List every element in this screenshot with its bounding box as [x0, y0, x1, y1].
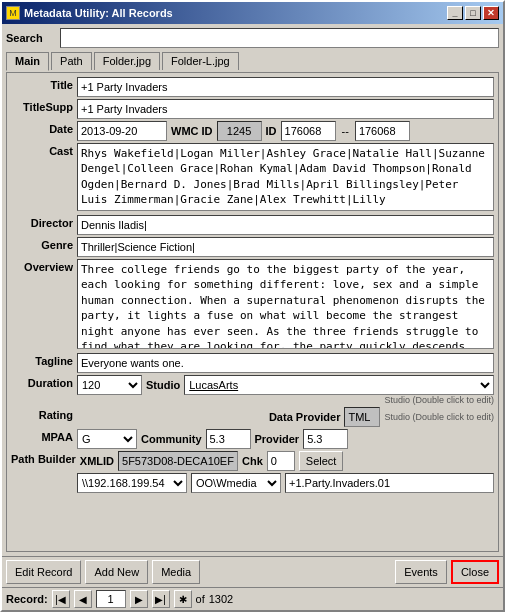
- close-button[interactable]: Close: [451, 560, 499, 584]
- tab-folder-jpg[interactable]: Folder.jpg: [94, 52, 160, 70]
- duration-studio: 120 Studio LucasArts Studio (Double clic…: [77, 375, 494, 405]
- record-bar: Record: |◀ ◀ ▶ ▶| ✱ of 1302: [2, 587, 503, 610]
- events-button[interactable]: Events: [395, 560, 447, 584]
- tagline-input[interactable]: [77, 353, 494, 373]
- tagline-value: [77, 353, 494, 373]
- select-button[interactable]: Select: [299, 451, 344, 471]
- chk-input[interactable]: [267, 451, 295, 471]
- path-builder-label: Path Builder: [11, 451, 76, 465]
- path-dropdowns-flex: \\192.168.199.54 OO\Wmedia: [77, 473, 494, 493]
- window-close-button[interactable]: ✕: [483, 6, 499, 20]
- studio-hint: Studio (Double click to edit): [384, 395, 494, 405]
- overview-textarea[interactable]: [77, 259, 494, 349]
- id-from-input[interactable]: [281, 121, 336, 141]
- nav-next-button[interactable]: ▶: [130, 590, 148, 608]
- rating-dp-row: Rating Data Provider Studio (Double clic…: [11, 407, 494, 427]
- mpaa-label: MPAA: [11, 429, 73, 443]
- path-folder-select[interactable]: OO\Wmedia: [191, 473, 281, 493]
- of-label: of: [196, 593, 205, 605]
- mpaa-fields: G PG PG-13 R Community Provider: [77, 429, 494, 449]
- xmlid-label: XMLID: [80, 455, 114, 467]
- wmc-id-label: WMC ID: [171, 125, 213, 137]
- window-title: Metadata Utility: All Records: [24, 7, 173, 19]
- genre-value: [77, 237, 494, 257]
- search-input[interactable]: [60, 28, 499, 48]
- studio-label: Studio: [146, 379, 180, 391]
- nav-last-button[interactable]: ▶|: [152, 590, 170, 608]
- wmc-id-input[interactable]: [217, 121, 262, 141]
- tab-content-main: Title TitleSupp Date WMC ID: [6, 72, 499, 552]
- cast-textarea[interactable]: [77, 143, 494, 211]
- nav-first-button[interactable]: |◀: [52, 590, 70, 608]
- overview-value: [77, 259, 494, 351]
- director-label: Director: [11, 215, 73, 229]
- path-builder-row: Path Builder XMLID Chk Select: [11, 451, 494, 471]
- search-label: Search: [6, 32, 56, 44]
- main-window: M Metadata Utility: All Records _ □ ✕ Se…: [0, 0, 505, 612]
- provider-label: Provider: [255, 433, 300, 445]
- date-label: Date: [11, 121, 73, 135]
- title-bar: M Metadata Utility: All Records _ □ ✕: [2, 2, 503, 24]
- title-row: Title: [11, 77, 494, 97]
- mpaa-select[interactable]: G PG PG-13 R: [77, 429, 137, 449]
- rating-dp-fields: Data Provider Studio (Double click to ed…: [77, 407, 494, 427]
- director-input[interactable]: [77, 215, 494, 235]
- minimize-button[interactable]: _: [447, 6, 463, 20]
- studio-select[interactable]: LucasArts: [184, 375, 494, 395]
- media-button[interactable]: Media: [152, 560, 200, 584]
- cast-label: Cast: [11, 143, 73, 157]
- cast-value: [77, 143, 494, 213]
- studio-dp-hint: Studio (Double click to edit): [384, 412, 494, 422]
- title-input[interactable]: [77, 77, 494, 97]
- nav-prev-button[interactable]: ◀: [74, 590, 92, 608]
- record-total: 1302: [209, 593, 233, 605]
- duration-studio-fields: 120 Studio LucasArts: [77, 375, 494, 395]
- search-row: Search: [6, 28, 499, 48]
- rating-label: Rating: [11, 407, 73, 421]
- titlesupp-value: [77, 99, 494, 119]
- nav-new-button[interactable]: ✱: [174, 590, 192, 608]
- tab-path[interactable]: Path: [51, 52, 92, 70]
- cast-row: Cast: [11, 143, 494, 213]
- mpaa-row: MPAA G PG PG-13 R Community Provider: [11, 429, 494, 449]
- overview-label: Overview: [11, 259, 73, 273]
- xmlid-input[interactable]: [118, 451, 238, 471]
- path-server-select[interactable]: \\192.168.199.54: [77, 473, 187, 493]
- duration-select[interactable]: 120: [77, 375, 142, 395]
- mpaa-flex: G PG PG-13 R Community Provider: [77, 429, 494, 449]
- tagline-label: Tagline: [11, 353, 73, 367]
- data-provider-label: Data Provider: [269, 411, 341, 423]
- maximize-button[interactable]: □: [465, 6, 481, 20]
- overview-row: Overview: [11, 259, 494, 351]
- title-bar-left: M Metadata Utility: All Records: [6, 6, 173, 20]
- add-new-button[interactable]: Add New: [85, 560, 148, 584]
- path-builder-flex: XMLID Chk Select: [80, 451, 494, 471]
- genre-row: Genre: [11, 237, 494, 257]
- date-value: WMC ID ID --: [77, 121, 494, 141]
- tab-main[interactable]: Main: [6, 52, 49, 71]
- data-provider-input[interactable]: [344, 407, 380, 427]
- titlesupp-row: TitleSupp: [11, 99, 494, 119]
- community-input[interactable]: [206, 429, 251, 449]
- community-label: Community: [141, 433, 202, 445]
- path-dropdowns: \\192.168.199.54 OO\Wmedia: [77, 473, 494, 493]
- duration-studio-row: Duration 120 Studio LucasArts Studio (Do…: [11, 375, 494, 405]
- path-dropdowns-label: [11, 473, 73, 475]
- path-file-input[interactable]: [285, 473, 494, 493]
- path-dropdowns-row: \\192.168.199.54 OO\Wmedia: [11, 473, 494, 493]
- edit-record-button[interactable]: Edit Record: [6, 560, 81, 584]
- provider-input[interactable]: [303, 429, 348, 449]
- id-label: ID: [266, 125, 277, 137]
- id-to-input[interactable]: [355, 121, 410, 141]
- record-number-input[interactable]: [96, 590, 126, 608]
- date-input[interactable]: [77, 121, 167, 141]
- title-label: Title: [11, 77, 73, 91]
- chk-label: Chk: [242, 455, 263, 467]
- rating-dp-flex: Data Provider Studio (Double click to ed…: [77, 407, 494, 427]
- titlesupp-input[interactable]: [77, 99, 494, 119]
- window-content: Search Main Path Folder.jpg Folder-L.jpg…: [2, 24, 503, 556]
- genre-input[interactable]: [77, 237, 494, 257]
- tab-folder-l-jpg[interactable]: Folder-L.jpg: [162, 52, 239, 70]
- title-bar-buttons: _ □ ✕: [447, 6, 499, 20]
- title-value: [77, 77, 494, 97]
